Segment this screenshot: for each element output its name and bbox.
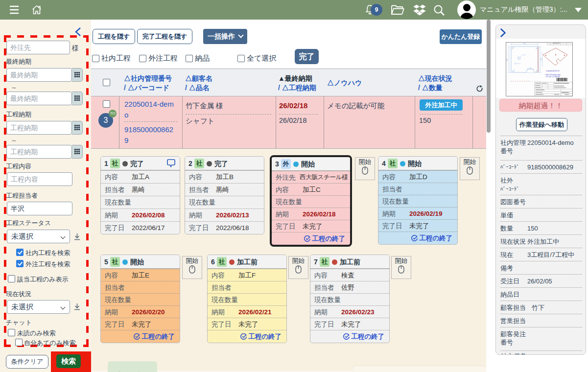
svg-text:営電比較用2015-03: 営電比較用2015-03 — [546, 70, 560, 72]
svg-text:4.5°×45°-2.5 S45°R2: 4.5°×45°-2.5 S45°R2 — [546, 76, 560, 78]
svg-text:150: 150 — [541, 58, 542, 60]
svg-text:250: 250 — [523, 43, 525, 45]
svg-text:200: 200 — [506, 58, 508, 61]
